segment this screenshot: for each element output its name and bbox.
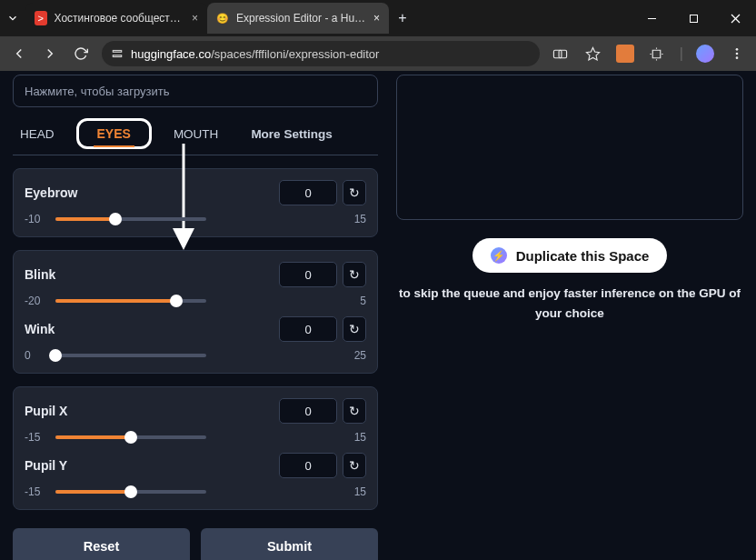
upload-area[interactable]: Нажмите, чтобы загрузить bbox=[13, 75, 378, 107]
tab-eyes[interactable]: EYES bbox=[76, 118, 152, 149]
favicon-1: 😊 bbox=[216, 11, 229, 25]
back-button[interactable] bbox=[9, 45, 29, 62]
url-path: /spaces/fffiloni/expression-editor bbox=[211, 47, 379, 61]
browser-tab-1[interactable]: 😊 Expression Editor - a Hugging F × bbox=[207, 3, 389, 34]
tab-title-1: Expression Editor - a Hugging F bbox=[236, 12, 366, 25]
slider-pupilx[interactable] bbox=[55, 431, 206, 444]
max-pupily: 15 bbox=[215, 485, 366, 498]
svg-rect-6 bbox=[554, 50, 562, 58]
tab-mouth[interactable]: MOUTH bbox=[166, 122, 226, 146]
slider-wink[interactable] bbox=[55, 349, 206, 362]
url-host: huggingface.co bbox=[131, 47, 211, 61]
svg-rect-7 bbox=[559, 50, 567, 58]
favicon-0: > bbox=[35, 11, 47, 25]
svg-marker-8 bbox=[587, 47, 600, 59]
maximize-button[interactable] bbox=[672, 0, 714, 36]
tab-more-settings[interactable]: More Settings bbox=[244, 122, 339, 146]
submit-button[interactable]: Submit bbox=[201, 528, 378, 560]
svg-rect-4 bbox=[113, 51, 121, 53]
slider-pupily[interactable] bbox=[55, 485, 206, 498]
min-pupilx: -15 bbox=[25, 431, 46, 444]
translate-icon[interactable] bbox=[551, 46, 571, 62]
annotation-arrow bbox=[165, 144, 202, 253]
label-blink: Blink bbox=[25, 267, 55, 282]
tab-dropdown[interactable] bbox=[0, 12, 25, 25]
max-pupilx: 15 bbox=[215, 431, 366, 444]
close-window-button[interactable] bbox=[714, 0, 756, 36]
reset-blink[interactable]: ↻ bbox=[343, 262, 366, 287]
max-eyebrow: 15 bbox=[215, 213, 366, 225]
svg-point-11 bbox=[736, 56, 739, 59]
reset-button[interactable]: Reset bbox=[13, 528, 190, 560]
extensions-icon[interactable] bbox=[647, 46, 667, 62]
upload-hint: Нажмите, чтобы загрузить bbox=[25, 85, 169, 98]
site-settings-icon bbox=[111, 47, 124, 60]
browser-menu-icon[interactable] bbox=[727, 46, 747, 61]
svg-rect-5 bbox=[113, 55, 121, 57]
settings-tabs: HEAD EYES MOUTH More Settings bbox=[13, 115, 378, 155]
profile-avatar[interactable] bbox=[696, 45, 714, 63]
svg-rect-1 bbox=[690, 15, 697, 22]
browser-toolbar: huggingface.co/spaces/fffiloni/expressio… bbox=[0, 36, 756, 71]
reload-button[interactable] bbox=[71, 46, 91, 61]
group-blink-wink: Blink 0 ↻ -20 5 Wink bbox=[13, 250, 378, 374]
output-preview bbox=[396, 75, 743, 220]
min-pupily: -15 bbox=[25, 485, 46, 498]
slider-blink[interactable] bbox=[55, 295, 206, 307]
close-tab-icon[interactable]: × bbox=[373, 12, 380, 25]
close-tab-icon[interactable]: × bbox=[192, 12, 198, 25]
extension-metamask-icon[interactable] bbox=[616, 45, 634, 63]
svg-point-9 bbox=[736, 48, 739, 51]
slider-eyebrow[interactable] bbox=[55, 213, 206, 225]
new-tab-button[interactable]: + bbox=[389, 10, 416, 26]
max-wink: 25 bbox=[215, 349, 366, 362]
min-blink: -20 bbox=[25, 295, 46, 307]
tab-title-0: Хостинговое сообщество «Tim bbox=[55, 12, 184, 25]
bolt-icon: ⚡ bbox=[491, 247, 507, 264]
svg-point-10 bbox=[736, 53, 739, 55]
label-eyebrow: Eyebrow bbox=[25, 185, 77, 200]
max-blink: 5 bbox=[215, 295, 366, 307]
value-eyebrow[interactable]: 0 bbox=[279, 180, 337, 205]
reset-wink[interactable]: ↻ bbox=[343, 316, 366, 342]
group-pupil: Pupil X 0 ↻ -15 15 Pupil Y bbox=[13, 386, 378, 510]
min-eyebrow: -10 bbox=[25, 213, 46, 225]
browser-titlebar: > Хостинговое сообщество «Tim × 😊 Expres… bbox=[0, 0, 756, 36]
bookmark-icon[interactable] bbox=[583, 46, 603, 62]
forward-button[interactable] bbox=[40, 45, 60, 62]
min-wink: 0 bbox=[25, 349, 46, 362]
minimize-button[interactable] bbox=[631, 0, 672, 36]
label-wink: Wink bbox=[25, 322, 55, 336]
reset-pupily[interactable]: ↻ bbox=[343, 453, 366, 478]
reset-pupilx[interactable]: ↻ bbox=[343, 398, 366, 424]
tab-head[interactable]: HEAD bbox=[13, 122, 62, 146]
value-pupily[interactable]: 0 bbox=[279, 453, 337, 478]
label-pupily: Pupil Y bbox=[25, 458, 67, 473]
value-wink[interactable]: 0 bbox=[279, 316, 337, 342]
reset-eyebrow[interactable]: ↻ bbox=[343, 180, 366, 205]
value-pupilx[interactable]: 0 bbox=[279, 398, 337, 424]
duplicate-space-button[interactable]: ⚡ Duplicate this Space bbox=[472, 238, 668, 273]
browser-tab-0[interactable]: > Хостинговое сообщество «Tim × bbox=[25, 3, 207, 34]
value-blink[interactable]: 0 bbox=[279, 262, 337, 287]
label-pupilx: Pupil X bbox=[25, 404, 67, 418]
address-bar[interactable]: huggingface.co/spaces/fffiloni/expressio… bbox=[102, 41, 540, 66]
helper-text: to skip the queue and enjoy faster infer… bbox=[396, 284, 743, 323]
